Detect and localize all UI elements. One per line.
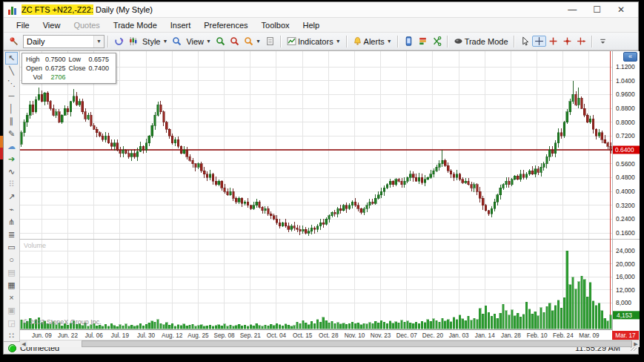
arrow-tool-icon[interactable]: ➔: [5, 153, 18, 165]
send-back-tool-icon[interactable]: ◲: [5, 317, 18, 329]
zoom-mode-button[interactable]: ▼: [242, 36, 263, 47]
period-select[interactable]: Daily▼: [23, 35, 104, 48]
refresh-button[interactable]: [112, 36, 126, 47]
tooltip-low-value: 0.6575: [89, 55, 113, 64]
indicators-icon: [287, 36, 296, 46]
scroll-left-icon[interactable]: ◀: [20, 340, 27, 347]
maximize-icon[interactable]: ☐: [593, 5, 601, 14]
price-volume-chart[interactable]: 1.12001.04000.96000.88000.80000.72000.56…: [20, 51, 640, 340]
toolbar-overflow-button[interactable]: [596, 36, 610, 47]
tooltip-high-label: High: [26, 55, 45, 64]
toolbar-button-label: View: [186, 37, 204, 46]
date-axis[interactable]: Jun. 09Jun. 22Jul. 06Jul. 19Jul. 30Aug. …: [32, 332, 600, 339]
svg-text:Dec. 20: Dec. 20: [422, 332, 444, 339]
svg-text:0.4800: 0.4800: [616, 174, 635, 181]
zoom-out-icon: [230, 36, 239, 46]
toolbar-separator: [280, 36, 282, 47]
title-bar: ZC FTS +N22,-Z22: Daily (My Style) —☐✕: [4, 2, 638, 18]
vertical-line-tool-icon[interactable]: │: [5, 102, 18, 115]
svg-text:0.4000: 0.4000: [616, 188, 635, 195]
svg-text:8,000: 8,000: [616, 299, 631, 306]
chevron-down-icon: ▼: [162, 39, 167, 44]
svg-text:0.2400: 0.2400: [616, 215, 635, 223]
scrollbar-thumb[interactable]: [82, 340, 632, 347]
grid-tool-icon[interactable]: ⠿: [5, 178, 18, 191]
menu-file[interactable]: File: [10, 19, 36, 31]
indicators-button[interactable]: Indicators▼: [285, 36, 343, 47]
menu-help[interactable]: Help: [296, 19, 327, 31]
candlestick-button[interactable]: [126, 36, 140, 47]
mobile-icon: [404, 36, 414, 46]
drawing-toolstrip: ↖╲⋱─│∥✎☁➔∿⠿↗⌁⋔≣▭○▤▦×▣◲∷: [4, 51, 20, 341]
stamp-tool-icon[interactable]: ▤: [5, 266, 18, 279]
horizontal-scrollbar[interactable]: ◀ ▶: [20, 340, 640, 347]
pitchfork-tool-icon[interactable]: ⋔: [5, 216, 18, 228]
bring-front-tool-icon[interactable]: ▣: [5, 304, 18, 317]
zoom-in-button[interactable]: [213, 36, 228, 47]
rectangle-tool-icon[interactable]: ▭: [5, 241, 18, 254]
menu-trade-mode[interactable]: Trade Mode: [107, 19, 164, 31]
callout-tool-icon[interactable]: ☁: [5, 140, 18, 153]
crosshair-button[interactable]: [532, 36, 546, 47]
zoom-out-button[interactable]: [228, 36, 242, 47]
zoom-view-icon: [172, 36, 182, 46]
refresh-icon: [114, 36, 124, 46]
svg-text:Oct. 15: Oct. 15: [293, 332, 313, 339]
minimize-icon[interactable]: —: [568, 5, 577, 14]
pin-icon: [9, 36, 19, 46]
pointer-tool-icon[interactable]: ↖: [5, 52, 18, 65]
cross-dot-button[interactable]: [560, 36, 574, 47]
tooltip-open-value: 0.6725: [45, 64, 69, 73]
anchored-line-tool-icon[interactable]: ⌁: [5, 203, 18, 216]
tooltip-high-value: 0.7500: [45, 55, 69, 64]
svg-text:Mar. 17: Mar. 17: [615, 332, 636, 339]
menu-insert[interactable]: Insert: [164, 19, 198, 31]
menu-toolbox[interactable]: Toolbox: [255, 19, 296, 31]
trendline-tool-icon[interactable]: ╲: [5, 65, 18, 77]
ellipse-tool-icon[interactable]: ○: [5, 254, 18, 266]
cursor-button[interactable]: [518, 36, 532, 47]
mobile-button[interactable]: [402, 36, 416, 47]
ohlc-tooltip: High 0.7500 Low 0.6575 Open 0.6725 Close…: [21, 53, 116, 84]
colorbars-button[interactable]: [416, 36, 430, 47]
ray-tool-icon[interactable]: ↗: [5, 191, 18, 203]
price-axis[interactable]: 1.12001.04000.96000.88000.80000.72000.56…: [616, 63, 635, 306]
toolbar-button-label: Indicators: [298, 37, 333, 46]
snapshot-icon: [265, 36, 275, 46]
collapse-axis-icon[interactable]: «: [623, 52, 637, 62]
parallel-channel-tool-icon[interactable]: ∥: [5, 115, 18, 128]
scissors-button[interactable]: [430, 36, 444, 47]
image-tool-icon[interactable]: ▦: [5, 279, 18, 292]
svg-text:Jul. 06: Jul. 06: [85, 332, 104, 339]
tooltip-close-label: Close: [69, 64, 89, 73]
toolbar-separator: [346, 36, 348, 47]
multi-trendline-tool-icon[interactable]: ⋱: [5, 77, 18, 90]
pin-button[interactable]: [7, 36, 21, 47]
scrollbar-track[interactable]: [27, 340, 632, 347]
scroll-right-icon[interactable]: ▶: [632, 340, 640, 347]
note-tool-icon[interactable]: ✎: [5, 128, 18, 140]
trade-mode-button[interactable]: Trade Mode: [451, 36, 511, 47]
menu-preferences[interactable]: Preferences: [197, 19, 254, 31]
freehand-tool-icon[interactable]: ∿: [5, 165, 18, 178]
toolbar-overflow-icon: [598, 36, 608, 46]
close-icon[interactable]: ✕: [617, 5, 625, 14]
svg-text:0.8000: 0.8000: [616, 119, 635, 126]
cross-arrow-button[interactable]: [574, 36, 588, 47]
region-select-tool-icon[interactable]: ∷: [5, 329, 18, 342]
candle-series[interactable]: [21, 81, 612, 236]
snapshot-button[interactable]: [263, 36, 277, 47]
style-button[interactable]: Style▼: [140, 36, 170, 47]
delete-tool-icon[interactable]: ×: [5, 292, 18, 304]
zoom-view-button[interactable]: [170, 36, 184, 47]
svg-text:Mar. 09: Mar. 09: [579, 332, 600, 339]
view-button[interactable]: View▼: [184, 36, 213, 47]
alerts-button[interactable]: Alerts▼: [351, 36, 394, 47]
scissors-icon: [432, 36, 442, 46]
hatch-tool-icon[interactable]: ≣: [5, 228, 18, 241]
chevron-down-icon[interactable]: ▼: [93, 36, 104, 47]
horizontal-line-tool-icon[interactable]: ─: [5, 90, 18, 102]
chart-area[interactable]: 1.12001.04000.96000.88000.80000.72000.56…: [20, 51, 640, 341]
menu-view[interactable]: View: [36, 19, 67, 31]
cross-red-button[interactable]: [546, 36, 560, 47]
